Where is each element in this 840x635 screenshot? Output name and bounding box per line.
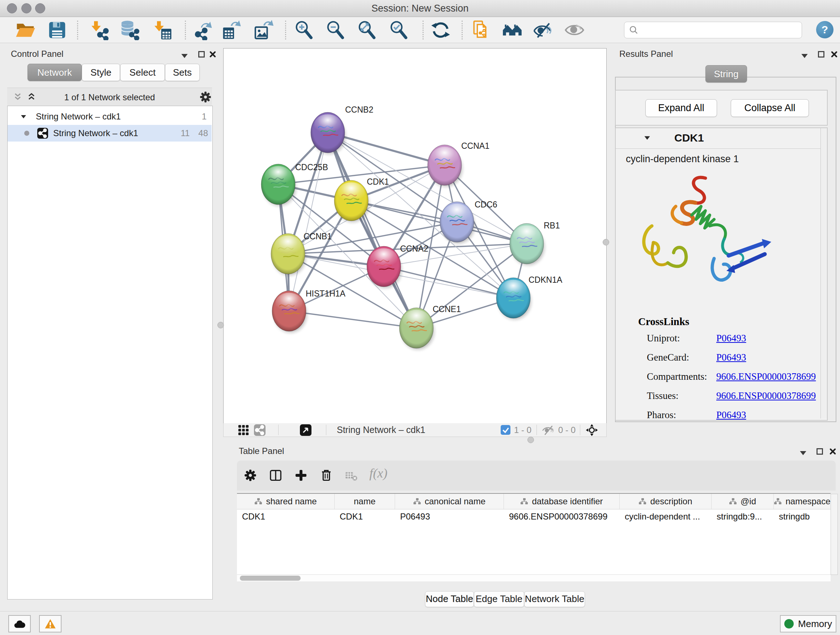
cell-id[interactable]: stringdb:9... [712,509,774,524]
network-node-CDC25B[interactable] [261,164,296,206]
cell-description[interactable]: cyclin-dependent ... [620,509,712,524]
open-session-button[interactable] [15,20,35,40]
zoom-fit-button[interactable] [357,20,377,40]
table-row[interactable]: CDK1 CDK1 P06493 9606.ENSP00000378699 cy… [237,509,831,524]
help-button[interactable]: ? [816,21,834,38]
collapse-panel-icon[interactable] [799,449,807,456]
gene-expander-icon[interactable] [644,135,651,140]
search-input[interactable] [642,23,802,37]
import-table-button[interactable] [152,20,172,40]
close-panel-icon[interactable] [209,51,216,58]
tab-style[interactable]: Style [82,64,120,81]
delete-column-icon[interactable] [319,469,333,482]
hide-selected-button[interactable] [532,20,553,40]
gear-icon[interactable] [199,90,212,103]
scrollbar-thumb[interactable] [240,576,301,581]
cell-name[interactable]: CDK1 [335,509,395,524]
apply-layout-button[interactable] [431,20,451,40]
network-snapshot-button[interactable] [471,20,491,40]
export-network-button[interactable] [193,20,213,40]
open-folder-icon [15,20,35,40]
network-canvas[interactable]: CCNB2CCNA1CDC25BCDK1CDC6RB1CCNB1CCNA2CDK… [223,48,607,424]
open-in-window-icon[interactable] [300,424,311,436]
table-horizontal-scrollbar[interactable] [237,575,831,581]
cloud-status-button[interactable] [8,615,31,632]
tab-select[interactable]: Select [120,64,165,81]
toolbar-separator [462,21,463,40]
share-view-icon[interactable] [254,424,265,436]
network-node-RB1[interactable] [510,223,545,265]
column-header[interactable]: namespace [774,494,831,509]
toolbar-separator [77,21,78,40]
float-panel-icon[interactable] [198,51,205,58]
network-collection-row[interactable]: String Network – cdk1 1 [8,108,212,125]
first-neighbors-button[interactable] [502,20,523,40]
collapse-panel-icon[interactable] [801,52,808,59]
float-panel-icon[interactable] [818,51,825,58]
import-network-from-database-button[interactable] [119,20,140,40]
network-node-CCNB1[interactable] [271,233,306,275]
tab-node-table[interactable]: Node Table [425,591,474,607]
collapse-panel-icon[interactable] [181,52,188,59]
window-title: Session: New Session [0,3,840,14]
crosslink-value[interactable]: 9606.ENSP00000378699 [716,390,816,409]
tab-network-table[interactable]: Network Table [524,591,585,607]
cell-shared-name[interactable]: CDK1 [237,509,335,524]
tab-sets[interactable]: Sets [165,64,200,81]
tab-network[interactable]: Network [27,64,82,81]
split-columns-icon[interactable] [269,469,283,482]
cell-namespace[interactable]: stringdb [774,509,831,524]
import-network-button[interactable] [89,20,109,40]
zoom-in-button[interactable] [294,20,314,40]
export-image-button[interactable] [253,20,273,40]
show-all-button[interactable] [564,20,584,40]
close-panel-icon[interactable] [829,448,836,455]
memory-button[interactable]: Memory [780,615,836,632]
network-node-CDKN1A[interactable] [496,278,531,319]
network-node-CCNE1[interactable] [399,308,434,349]
grid-view-icon[interactable] [238,424,249,436]
crosslink-value[interactable]: 9606.ENSP00000378699 [716,371,816,390]
network-node-CCNA1[interactable] [428,145,462,187]
close-panel-icon[interactable] [831,51,838,58]
node-label-CDC25B: CDC25B [295,163,328,172]
gene-header-row[interactable]: CDK1 [616,128,827,149]
zoom-selected-button[interactable] [388,20,409,40]
column-header[interactable]: shared name [237,494,335,509]
column-header[interactable]: description [620,494,712,509]
network-row-selected[interactable]: String Network – cdk1 11 48 [8,125,212,141]
string-network-graph[interactable]: CCNB2CCNA1CDC25BCDK1CDC6RB1CCNB1CCNA2CDK… [224,49,606,423]
column-header[interactable]: @id [712,494,774,509]
table-vertical-scrollbar[interactable] [831,494,838,575]
crosslink-value[interactable]: P06493 [716,409,746,429]
splitter-handle[interactable] [603,239,609,245]
cell-canonical-name[interactable]: P06493 [395,509,504,524]
selected-checkbox-icon[interactable] [501,425,510,435]
network-node-HIST1H1A[interactable] [272,291,307,333]
gear-icon[interactable] [243,469,257,482]
collection-label: String Network – cdk1 [36,111,121,122]
splitter-handle[interactable] [527,437,534,443]
expand-all-button[interactable]: Expand All [645,99,717,117]
float-panel-icon[interactable] [816,448,823,455]
crosslink-value[interactable]: P06493 [716,333,746,352]
network-node-CDK1[interactable] [334,180,369,222]
collapse-all-button[interactable]: Collapse All [731,99,809,117]
column-header[interactable]: canonical name [395,494,504,509]
crosslink-value[interactable]: P06493 [716,352,746,371]
cell-database-identifier[interactable]: 9606.ENSP00000378699 [504,509,620,524]
add-column-icon[interactable] [294,469,308,482]
export-table-button[interactable] [221,20,242,40]
network-node-CCNB2[interactable] [311,112,346,154]
column-header[interactable]: database identifier [504,494,620,509]
tab-string[interactable]: String [706,65,747,82]
zoom-out-button[interactable] [325,20,346,40]
birds-eye-toggle-icon[interactable] [585,424,598,437]
tree-expander-icon[interactable] [21,114,27,119]
tab-edge-table[interactable]: Edge Table [474,591,524,607]
column-header[interactable]: name [335,494,395,509]
results-scrollbar[interactable] [821,128,827,418]
splitter-handle[interactable] [218,322,224,328]
warning-status-button[interactable] [39,615,62,632]
save-session-button[interactable] [47,20,67,40]
